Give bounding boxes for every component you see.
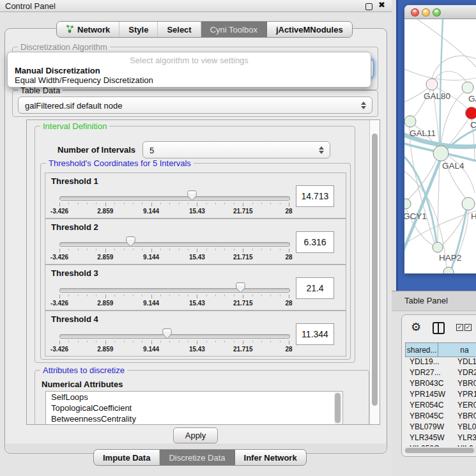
dropdown-option-equal-width[interactable]: Equal Width/Frequency Discretization [15, 75, 153, 85]
number-of-intervals-combobox[interactable]: 5 [142, 141, 330, 158]
tab-infer-network[interactable]: Infer Network [235, 450, 306, 465]
window-title: Control Panel [5, 1, 56, 11]
slider-thumb[interactable] [187, 190, 197, 201]
table-panel-title: Table Panel [404, 296, 448, 305]
network-node-gal4[interactable] [433, 146, 449, 161]
network-node-gal11[interactable] [404, 116, 416, 127]
attributes-scrollbar[interactable] [334, 392, 342, 424]
tick-major [197, 295, 197, 298]
close-icon[interactable]: ✖ [378, 0, 385, 10]
thresholds-group: Threshold's Coordinates for 5 Intervals … [40, 163, 351, 360]
tick-label: -3.426 [50, 254, 68, 261]
slider-track[interactable] [59, 288, 290, 293]
numerical-attributes-list[interactable]: SelfLoopsTopologicalCoefficientBetweenne… [45, 391, 343, 425]
tick-label: 2.859 [97, 300, 113, 307]
table-row[interactable]: YBR045CYBR0 [405, 411, 476, 422]
dropdown-option-manual[interactable]: Manual Discretization [15, 66, 100, 75]
table-toolbar: ⚙ ✓ ✓ [402, 315, 476, 341]
tick-minor [78, 341, 79, 342]
tick-minor [224, 249, 225, 250]
tick-major [105, 249, 106, 252]
slider-thumb[interactable] [162, 328, 172, 339]
tab-impute-data[interactable]: Impute Data [94, 450, 160, 465]
checkbox-icon[interactable]: ✓ [456, 324, 463, 331]
tab-discretize-data[interactable]: Discretize Data [160, 450, 234, 465]
viewport-scrollbar[interactable] [369, 120, 380, 424]
network-node-gal80[interactable] [426, 79, 438, 90]
network-view-window: GAL80GACGAL11GAL4GCY1HHAP2 [404, 5, 476, 273]
table-data-combobox[interactable]: galFiltered.sif default node [18, 96, 372, 114]
column-header-name[interactable]: na [438, 342, 476, 357]
tick-minor [160, 203, 161, 204]
tick-label: 21.715 [233, 300, 253, 307]
tab-select[interactable]: Select [158, 22, 201, 37]
dropdown-placeholder-option[interactable]: Select algorithm to view settings [8, 56, 371, 65]
attribute-item[interactable]: TopologicalCoefficient [46, 403, 342, 413]
tick-minor [188, 295, 188, 296]
table-row[interactable]: YPR145WYPR1 [405, 390, 476, 401]
table-row[interactable]: YIL052CYIL0 [405, 444, 476, 447]
table-hscrollbar[interactable] [404, 447, 476, 454]
stepper-icon [361, 102, 366, 109]
table-row[interactable]: YDL19...YDL1 [405, 357, 476, 368]
tick-label: 21.715 [233, 254, 253, 261]
cell-shared-name: YIL052C [405, 444, 452, 447]
threshold-value-field[interactable]: 21.4 [296, 277, 334, 299]
table-row[interactable]: YDR27...YDR2 [405, 368, 476, 379]
tick-label: 9.144 [143, 208, 159, 215]
tick-minor [96, 203, 96, 204]
network-node-c[interactable] [466, 107, 476, 119]
float-icon[interactable] [365, 3, 372, 10]
tab-jactivemnodules[interactable]: jActiveMNodules [267, 22, 352, 37]
network-node-h[interactable] [462, 197, 475, 210]
mac-zoom-icon[interactable] [433, 8, 441, 17]
threshold-value-field[interactable]: 6.316 [296, 231, 334, 253]
table-row[interactable]: YBR043CYBR0 [405, 379, 476, 390]
scrollbar-thumb[interactable] [335, 393, 341, 423]
cell-name: YLR3 [452, 433, 476, 444]
attribute-item[interactable]: BetweennessCentrality [46, 413, 342, 424]
checkbox-icon[interactable]: ✓ [464, 324, 472, 331]
control-panel-titlebar: Control Panel ✖ [0, 0, 392, 12]
apply-button[interactable]: Apply [173, 427, 218, 443]
tab-cyni-toolbox[interactable]: Cyni Toolbox [201, 22, 267, 37]
network-node-gcy1[interactable] [404, 199, 411, 209]
network-canvas[interactable]: GAL80GACGAL11GAL4GCY1HHAP2 [404, 19, 476, 273]
tick-major [105, 295, 106, 298]
tick-label: 28 [285, 300, 292, 307]
attribute-item[interactable]: SelfLoops [46, 392, 342, 403]
slider-thumb[interactable] [236, 282, 245, 293]
column-header-shared[interactable]: shared... [405, 342, 438, 357]
tick-label: 2.859 [97, 346, 113, 353]
tab-network[interactable]: Network [57, 22, 119, 37]
cell-name: YER0 [452, 401, 476, 411]
slider-track[interactable] [59, 242, 290, 247]
scrollbar-thumb[interactable] [372, 134, 378, 406]
threshold-label: Threshold 3 [51, 268, 98, 278]
tab-style[interactable]: Style [119, 22, 158, 37]
threshold-value-field[interactable]: 11.344 [296, 323, 334, 345]
gear-icon[interactable]: ⚙ [411, 320, 421, 334]
network-edge[interactable] [438, 161, 440, 242]
network-edge[interactable] [434, 72, 466, 82]
network-node-hap2[interactable] [433, 242, 443, 252]
scrollbar-thumb[interactable] [405, 448, 474, 453]
split-columns-icon[interactable] [433, 322, 445, 334]
threshold-value-field[interactable]: 14.713 [296, 185, 334, 207]
slider-thumb[interactable] [126, 236, 135, 247]
table-row[interactable]: YBL079WYBL0 [405, 422, 476, 433]
tick-minor [206, 341, 207, 342]
network-node-ga[interactable] [462, 82, 473, 93]
mac-minimize-icon[interactable] [422, 8, 430, 17]
table-row[interactable]: YER054CYER0 [405, 401, 476, 411]
tick-major [243, 295, 243, 298]
table-row[interactable]: YLR345WYLR3 [405, 433, 476, 444]
slider-track[interactable] [59, 334, 290, 339]
tick-minor [261, 341, 262, 342]
slider-track[interactable] [59, 196, 290, 201]
network-edge-highlighted[interactable] [440, 19, 443, 145]
network-graph[interactable]: GAL80GACGAL11GAL4GCY1HHAP2 [404, 19, 476, 273]
mac-close-icon[interactable] [411, 8, 419, 17]
tick-major [197, 249, 197, 252]
tab-label: Infer Network [244, 453, 297, 463]
